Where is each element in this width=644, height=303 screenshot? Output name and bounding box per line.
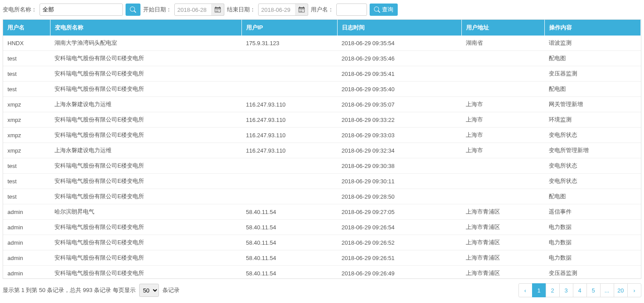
table-footer: 显示第 1 到第 50 条记录，总共 993 条记录 每页显示 50 条记录 ‹… xyxy=(0,279,644,302)
cell-time: 2018-06-29 09:35:07 xyxy=(337,97,461,112)
page-next[interactable]: › xyxy=(627,283,641,297)
cell-addr: 湖南省 xyxy=(461,36,544,51)
cell-op: 电力数据 xyxy=(544,250,640,266)
page-link[interactable]: ... xyxy=(600,283,614,297)
cell-station: 安科瑞电气股份有限公司E楼变电所 xyxy=(50,82,241,97)
table-row[interactable]: admin安科瑞电气股份有限公司E楼变电所58.40.11.542018-06-… xyxy=(3,235,641,250)
cell-user: test xyxy=(3,174,50,189)
cell-op: 配电图 xyxy=(544,82,640,97)
end-date-label: 结束日期： xyxy=(227,6,255,14)
cell-station: 安科瑞电气股份有限公司E楼变电所 xyxy=(50,158,241,174)
cell-addr: 上海市 xyxy=(461,128,544,143)
column-header[interactable]: 变电所名称 xyxy=(50,20,241,36)
table-row[interactable]: test安科瑞电气股份有限公司E楼变电所2018-06-29 09:28:50配… xyxy=(3,189,641,204)
cell-ip xyxy=(241,158,337,174)
cell-ip: 58.40.11.54 xyxy=(241,220,337,235)
cell-user: test xyxy=(3,51,50,66)
table-row[interactable]: HNDX湖南大学渔湾码头配电室175.9.31.1232018-06-29 09… xyxy=(3,36,641,51)
cell-station: 上海永磐建设电力运维 xyxy=(50,143,241,158)
cell-user: xmpz xyxy=(3,97,50,112)
cell-user: HNDX xyxy=(3,36,50,51)
cell-addr xyxy=(461,66,544,82)
cell-op: 电力数据 xyxy=(544,220,640,235)
cell-station: 安科瑞电气股份有限公司E楼变电所 xyxy=(50,220,241,235)
station-input[interactable] xyxy=(40,4,123,16)
table-row[interactable]: xmpz上海永磐建设电力运维116.247.93.1102018-06-29 0… xyxy=(3,97,641,112)
end-date-input[interactable] xyxy=(258,4,298,16)
table-row[interactable]: test安科瑞电气股份有限公司E楼变电所2018-06-29 09:35:41变… xyxy=(3,66,641,82)
cell-time: 2018-06-29 09:33:03 xyxy=(337,128,461,143)
cell-addr: 上海市青浦区 xyxy=(461,250,544,266)
cell-addr xyxy=(461,189,544,204)
page-link[interactable]: 20 xyxy=(614,283,628,297)
cell-ip: 116.247.93.110 xyxy=(241,97,337,112)
table-row[interactable]: test安科瑞电气股份有限公司E楼变电所2018-06-29 09:35:46配… xyxy=(3,51,641,66)
table-body: HNDX湖南大学渔湾码头配电室175.9.31.1232018-06-29 09… xyxy=(3,36,641,278)
station-label: 变电所名称： xyxy=(3,6,37,14)
start-date-input[interactable] xyxy=(174,4,214,16)
cell-time: 2018-06-29 09:26:51 xyxy=(337,250,461,266)
start-date-calendar-button[interactable] xyxy=(211,4,224,16)
page-prev[interactable]: ‹ xyxy=(518,283,532,297)
table-row[interactable]: test安科瑞电气股份有限公司E楼变电所2018-06-29 09:30:38变… xyxy=(3,158,641,174)
cell-ip: 116.247.93.110 xyxy=(241,128,337,143)
table-row[interactable]: admin哈尔滨朗昇电气58.40.11.542018-06-29 09:27:… xyxy=(3,204,641,220)
cell-user: test xyxy=(3,158,50,174)
cell-ip: 116.247.93.110 xyxy=(241,143,337,158)
cell-addr xyxy=(461,82,544,97)
cell-time: 2018-06-29 09:27:05 xyxy=(337,204,461,220)
page-link[interactable]: 5 xyxy=(586,283,601,297)
cell-ip: 58.40.11.54 xyxy=(241,266,337,279)
cell-time: 2018-06-29 09:26:52 xyxy=(337,235,461,250)
cell-station: 安科瑞电气股份有限公司E楼变电所 xyxy=(50,235,241,250)
column-header[interactable]: 用户名 xyxy=(3,20,50,36)
cell-op: 配电图 xyxy=(544,51,640,66)
cell-time: 2018-06-29 09:35:54 xyxy=(337,36,461,51)
cell-op: 网关管理新增 xyxy=(544,97,640,112)
page-link[interactable]: 3 xyxy=(559,283,573,297)
page-link[interactable]: 4 xyxy=(573,283,587,297)
table-row[interactable]: admin安科瑞电气股份有限公司E楼变电所58.40.11.542018-06-… xyxy=(3,250,641,266)
query-button-label: 查询 xyxy=(382,6,393,14)
column-header[interactable]: 操作内容 xyxy=(544,20,640,36)
page-size-select[interactable]: 50 xyxy=(139,284,159,297)
column-header[interactable]: 用户IP xyxy=(241,20,337,36)
table-scroll-area[interactable]: 用户名变电所名称用户IP日志时间用户地址操作内容 HNDX湖南大学渔湾码头配电室… xyxy=(3,20,641,278)
table-row[interactable]: admin安科瑞电气股份有限公司E楼变电所58.40.11.542018-06-… xyxy=(3,220,641,235)
cell-addr xyxy=(461,158,544,174)
end-date-calendar-button[interactable] xyxy=(295,4,308,16)
search-icon xyxy=(130,7,136,13)
cell-ip: 58.40.11.54 xyxy=(241,250,337,266)
cell-ip xyxy=(241,82,337,97)
search-station-button[interactable] xyxy=(126,4,140,16)
username-input[interactable] xyxy=(336,4,367,16)
footer-info-prefix: 显示第 1 到第 50 条记录，总共 993 条记录 每页显示 xyxy=(3,286,136,294)
page-link[interactable]: 2 xyxy=(546,283,560,297)
table-row[interactable]: test安科瑞电气股份有限公司E楼变电所2018-06-29 09:35:40配… xyxy=(3,82,641,97)
cell-addr xyxy=(461,174,544,189)
cell-time: 2018-06-29 09:35:40 xyxy=(337,82,461,97)
cell-time: 2018-06-29 09:32:34 xyxy=(337,143,461,158)
log-table-container: 用户名变电所名称用户IP日志时间用户地址操作内容 HNDX湖南大学渔湾码头配电室… xyxy=(3,19,641,279)
cell-addr: 上海市 xyxy=(461,97,544,112)
page-link[interactable]: 1 xyxy=(532,283,546,297)
column-header[interactable]: 日志时间 xyxy=(337,20,461,36)
cell-station: 安科瑞电气股份有限公司E楼变电所 xyxy=(50,112,241,128)
table-row[interactable]: xmpz安科瑞电气股份有限公司E楼变电所116.247.93.1102018-0… xyxy=(3,112,641,128)
pagination: ‹12345...20› xyxy=(519,283,641,297)
log-table: 用户名变电所名称用户IP日志时间用户地址操作内容 HNDX湖南大学渔湾码头配电室… xyxy=(3,20,641,278)
cell-station: 安科瑞电气股份有限公司E楼变电所 xyxy=(50,250,241,266)
table-row[interactable]: xmpz上海永磐建设电力运维116.247.93.1102018-06-29 0… xyxy=(3,143,641,158)
cell-op: 谐波监测 xyxy=(544,36,640,51)
cell-user: xmpz xyxy=(3,112,50,128)
query-button[interactable]: 查询 xyxy=(370,4,398,16)
cell-user: xmpz xyxy=(3,128,50,143)
table-row[interactable]: admin安科瑞电气股份有限公司E楼变电所58.40.11.542018-06-… xyxy=(3,266,641,279)
table-row[interactable]: test安科瑞电气股份有限公司E楼变电所2018-06-29 09:30:11变… xyxy=(3,174,641,189)
cell-op: 环境监测 xyxy=(544,112,640,128)
calendar-icon xyxy=(215,7,221,13)
cell-user: test xyxy=(3,189,50,204)
column-header[interactable]: 用户地址 xyxy=(461,20,544,36)
cell-ip xyxy=(241,189,337,204)
table-row[interactable]: xmpz安科瑞电气股份有限公司E楼变电所116.247.93.1102018-0… xyxy=(3,128,641,143)
